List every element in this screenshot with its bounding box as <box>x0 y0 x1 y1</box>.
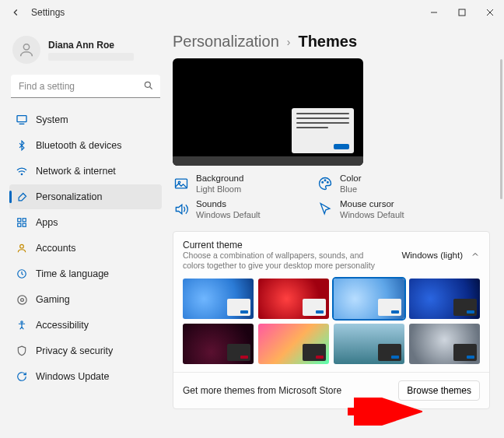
sidebar-item-privacy[interactable]: Privacy & security <box>9 338 162 363</box>
svg-point-4 <box>23 44 29 50</box>
option-value: Blue <box>340 184 361 194</box>
wifi-icon <box>16 165 28 177</box>
theme-thumb-selected[interactable] <box>334 279 404 319</box>
theme-preview <box>173 58 363 166</box>
sidebar-item-accounts[interactable]: Accounts <box>9 236 162 261</box>
option-value: Windows Default <box>196 210 261 220</box>
scrollbar[interactable] <box>500 59 502 199</box>
svg-point-16 <box>17 295 26 303</box>
option-value: Light Bloom <box>196 184 243 194</box>
cursor-icon <box>317 201 334 218</box>
svg-point-23 <box>327 182 329 184</box>
svg-point-9 <box>21 173 22 174</box>
clock-icon <box>16 268 28 280</box>
sidebar-item-update[interactable]: Windows Update <box>9 364 162 389</box>
accessibility-icon <box>16 319 28 331</box>
svg-rect-7 <box>17 116 26 122</box>
sidebar-item-time[interactable]: Time & language <box>9 261 162 286</box>
svg-point-21 <box>322 182 324 184</box>
svg-rect-10 <box>18 219 21 222</box>
svg-point-18 <box>21 321 23 323</box>
apps-icon <box>16 216 28 229</box>
minimize-button[interactable] <box>420 0 448 25</box>
user-name: Diana Ann Roe <box>48 40 134 51</box>
chevron-right-icon: › <box>287 36 291 48</box>
chevron-up-icon <box>471 248 480 262</box>
sidebar-item-label: Privacy & security <box>36 345 113 356</box>
user-profile[interactable]: Diana Ann Roe <box>9 31 162 72</box>
sidebar-item-label: Time & language <box>36 268 109 279</box>
svg-point-22 <box>324 180 326 181</box>
update-icon <box>16 370 28 383</box>
svg-point-17 <box>20 298 23 301</box>
sidebar-item-label: Accounts <box>36 243 75 254</box>
theme-thumb[interactable] <box>409 324 480 364</box>
current-theme-card: Current theme Choose a combination of wa… <box>173 231 490 409</box>
breadcrumb: Personalization › Themes <box>173 33 490 51</box>
person-icon <box>16 242 28 254</box>
search-icon <box>143 80 154 94</box>
palette-icon <box>317 175 334 192</box>
close-button[interactable] <box>476 0 504 25</box>
page-title: Themes <box>298 33 357 51</box>
option-color[interactable]: Color Blue <box>317 173 453 194</box>
sidebar-item-personalization[interactable]: Personalization <box>9 184 162 209</box>
svg-rect-12 <box>18 223 21 226</box>
theme-thumb[interactable] <box>183 279 254 319</box>
theme-thumb[interactable] <box>183 324 254 364</box>
store-text: Get more themes from Microsoft Store <box>183 385 398 396</box>
picture-icon <box>173 175 190 192</box>
breadcrumb-parent[interactable]: Personalization <box>173 33 279 51</box>
bluetooth-icon <box>16 139 28 152</box>
option-value: Windows Default <box>340 210 404 220</box>
theme-thumb[interactable] <box>258 279 329 319</box>
option-background[interactable]: Background Light Bloom <box>173 173 309 194</box>
avatar-icon <box>12 36 40 64</box>
option-label: Sounds <box>196 199 261 210</box>
sidebar-item-gaming[interactable]: Gaming <box>9 287 162 312</box>
svg-rect-1 <box>459 9 465 16</box>
speaker-icon <box>173 201 190 218</box>
svg-rect-13 <box>23 223 26 226</box>
option-cursor[interactable]: Mouse cursor Windows Default <box>317 199 453 220</box>
sidebar-item-label: Personalization <box>36 191 102 202</box>
browse-themes-button[interactable]: Browse themes <box>398 380 480 401</box>
maximize-button[interactable] <box>448 0 476 25</box>
svg-line-6 <box>150 87 152 89</box>
option-sounds[interactable]: Sounds Windows Default <box>173 199 309 220</box>
svg-point-14 <box>20 244 24 248</box>
sidebar-item-label: Accessibility <box>36 320 89 331</box>
svg-rect-11 <box>23 219 26 222</box>
sidebar-item-label: Windows Update <box>36 371 110 382</box>
card-title: Current theme <box>183 240 401 251</box>
sidebar-item-apps[interactable]: Apps <box>9 210 162 235</box>
sidebar-item-accessibility[interactable]: Accessibility <box>9 313 162 338</box>
sidebar-item-label: Bluetooth & devices <box>36 140 122 151</box>
option-label: Background <box>196 173 243 184</box>
sidebar-item-label: Network & internet <box>36 166 116 177</box>
sidebar-item-system[interactable]: System <box>9 107 162 132</box>
search-input[interactable] <box>11 75 160 98</box>
shield-icon <box>16 345 28 357</box>
back-button[interactable] <box>6 3 25 22</box>
sidebar-item-label: System <box>36 114 68 125</box>
theme-thumb[interactable] <box>258 324 329 364</box>
gaming-icon <box>16 293 28 306</box>
app-title: Settings <box>31 7 65 18</box>
svg-point-5 <box>145 82 150 87</box>
sidebar-item-bluetooth[interactable]: Bluetooth & devices <box>9 133 162 158</box>
option-label: Color <box>340 173 361 184</box>
card-subtitle: Choose a combination of wallpapers, soun… <box>183 251 385 271</box>
sidebar-item-network[interactable]: Network & internet <box>9 159 162 184</box>
theme-thumb[interactable] <box>334 324 404 364</box>
theme-thumb[interactable] <box>409 279 480 319</box>
paintbrush-icon <box>16 191 28 203</box>
option-label: Mouse cursor <box>340 199 404 210</box>
current-theme-value: Windows (light) <box>401 251 463 260</box>
user-email-placeholder <box>48 53 134 61</box>
system-icon <box>16 114 28 126</box>
current-theme-header[interactable]: Current theme Choose a combination of wa… <box>173 232 489 279</box>
sidebar-item-label: Gaming <box>36 294 70 305</box>
sidebar-item-label: Apps <box>36 217 58 228</box>
